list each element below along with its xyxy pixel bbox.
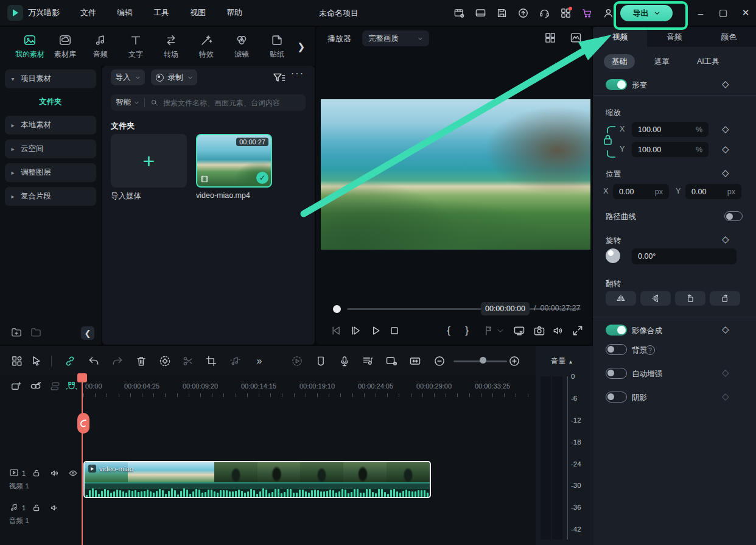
scale-link-lock-icon[interactable]	[603, 122, 617, 162]
menu-help[interactable]: 帮助	[226, 7, 242, 18]
subtab-mask[interactable]: 遮罩	[646, 54, 677, 69]
quality-dropdown[interactable]: 完整画质	[362, 30, 429, 46]
sidebar-collapse-button[interactable]: ❮	[81, 326, 94, 340]
position-keyframe-icon[interactable]: ◇	[722, 167, 729, 178]
delete-icon[interactable]	[134, 354, 149, 368]
rotate-keyframe-icon[interactable]: ◇	[722, 234, 729, 245]
mirror-display-button[interactable]	[512, 323, 527, 338]
sidebar-item-local-media[interactable]: ▸ 本地素材	[5, 116, 96, 135]
mark-out-button[interactable]: }	[460, 323, 474, 338]
timeline-clip[interactable]: video-miao	[83, 461, 431, 498]
fullscreen-button[interactable]	[570, 323, 585, 338]
tab-color[interactable]: 颜色	[702, 27, 756, 47]
subtab-basic[interactable]: 基础	[604, 54, 635, 69]
tab-text[interactable]: 文字	[118, 33, 153, 60]
path-curve-toggle[interactable]	[724, 211, 743, 221]
scopes-icon[interactable]	[570, 32, 583, 45]
minimize-button[interactable]: –	[690, 0, 711, 26]
new-folder-icon[interactable]	[10, 326, 24, 340]
tab-stickers[interactable]: 贴纸	[259, 33, 295, 60]
beat-detect-icon[interactable]	[228, 354, 242, 368]
more-options-icon[interactable]: ···	[291, 68, 304, 79]
search-input[interactable]	[162, 98, 306, 108]
transform-toggle[interactable]	[606, 79, 627, 90]
scale-x-keyframe-icon[interactable]: ◇	[722, 124, 729, 135]
scale-x-input[interactable]: 100.00 %	[632, 122, 709, 137]
playhead-handle[interactable]	[77, 373, 87, 382]
video-track-mute-icon[interactable]	[50, 468, 61, 479]
save-icon[interactable]	[495, 6, 508, 19]
transform-keyframe-icon[interactable]: ◇	[722, 79, 729, 90]
playhead-marker-badge[interactable]	[77, 413, 89, 434]
tab-transitions[interactable]: 转场	[153, 33, 189, 60]
menu-view[interactable]: 视图	[190, 7, 206, 18]
link-icon[interactable]	[63, 354, 77, 368]
undo-icon[interactable]	[86, 354, 101, 368]
select-tool-icon[interactable]	[29, 354, 44, 368]
compositing-keyframe-icon[interactable]: ◇	[722, 324, 729, 335]
tab-audio-props[interactable]: 音频	[647, 27, 701, 47]
subtab-ai-tools[interactable]: AI工具	[689, 54, 727, 69]
close-button[interactable]: ✕	[735, 0, 756, 26]
keyframe-icon[interactable]	[158, 354, 172, 368]
filter-icon[interactable]	[271, 71, 286, 85]
nav-more-chevron-icon[interactable]: ❯	[297, 41, 305, 52]
video-track-lock-icon[interactable]	[32, 468, 43, 479]
shadow-keyframe-icon[interactable]: ◇	[722, 391, 729, 402]
stop-button[interactable]	[387, 323, 402, 338]
import-dropdown-button[interactable]: 导入	[111, 69, 145, 85]
playhead[interactable]	[82, 373, 83, 545]
workspace-icon[interactable]	[474, 6, 487, 19]
volume-meter-label[interactable]: 音量 ▲	[551, 356, 573, 367]
menu-file[interactable]: 文件	[80, 7, 96, 18]
sidebar-item-cloud[interactable]: ▸ 云空间	[5, 139, 96, 158]
voiceover-mic-icon[interactable]	[337, 354, 352, 368]
toolbar-more-icon[interactable]: »	[252, 354, 267, 368]
current-timecode[interactable]: 00:00:00:00	[481, 302, 530, 315]
delete-folder-icon[interactable]	[30, 326, 43, 340]
tab-filters[interactable]: 滤镜	[224, 33, 259, 60]
sidebar-item-project-media[interactable]: ▾ 项目素材	[5, 69, 96, 88]
cart-icon[interactable]	[580, 6, 593, 19]
marker-shield-icon[interactable]	[313, 354, 328, 368]
rotate-ccw-button[interactable]	[675, 291, 705, 306]
sidebar-item-adjustment-layer[interactable]: ▸ 调整图层	[5, 163, 96, 182]
zoom-in-icon[interactable]	[507, 354, 522, 368]
auto-enhance-keyframe-icon[interactable]: ◇	[722, 367, 729, 378]
link-clips-icon[interactable]	[30, 381, 43, 394]
import-media-card[interactable]: +	[111, 134, 187, 188]
mark-in-button[interactable]: {	[441, 323, 456, 338]
crop-icon[interactable]	[204, 354, 219, 368]
scale-y-keyframe-icon[interactable]: ◇	[722, 144, 729, 155]
upload-icon[interactable]	[516, 6, 530, 19]
multiview-icon[interactable]	[544, 32, 558, 45]
account-icon[interactable]	[601, 6, 615, 19]
screen-record-icon[interactable]	[384, 354, 399, 368]
auto-enhance-toggle[interactable]	[606, 368, 627, 379]
snapshot-button[interactable]	[532, 323, 547, 338]
scale-y-input[interactable]: 100.00 %	[632, 142, 709, 157]
scrubber-knob[interactable]	[333, 305, 341, 313]
menu-edit[interactable]: 编辑	[117, 7, 133, 18]
flip-horizontal-button[interactable]	[606, 291, 636, 306]
timeline-ruler[interactable]: 00:00 00:00:04:25 00:00:09:20 00:00:14:1…	[83, 378, 536, 398]
maximize-button[interactable]: ▢	[713, 0, 733, 26]
background-toggle[interactable]	[606, 344, 627, 355]
menu-tools[interactable]: 工具	[153, 7, 169, 18]
shadow-toggle[interactable]	[606, 392, 627, 403]
support-icon[interactable]	[537, 6, 551, 19]
smart-search-dropdown[interactable]: 智能	[111, 97, 144, 108]
marker-dropdown-chevron-icon[interactable]	[496, 323, 505, 338]
previous-frame-button[interactable]	[329, 323, 344, 338]
redo-icon[interactable]	[110, 354, 125, 368]
flip-vertical-button[interactable]	[640, 291, 671, 306]
split-scissors-icon[interactable]	[181, 354, 195, 368]
zoom-slider-knob[interactable]	[480, 357, 486, 364]
marker-button[interactable]	[481, 323, 496, 338]
play-button[interactable]	[368, 323, 383, 338]
audio-track-mute-icon[interactable]	[50, 503, 61, 514]
audio-stretch-icon[interactable]	[360, 354, 375, 368]
record-dropdown-button[interactable]: 录制	[151, 69, 197, 85]
next-frame-button[interactable]	[349, 323, 364, 338]
help-icon[interactable]: ?	[645, 345, 655, 355]
